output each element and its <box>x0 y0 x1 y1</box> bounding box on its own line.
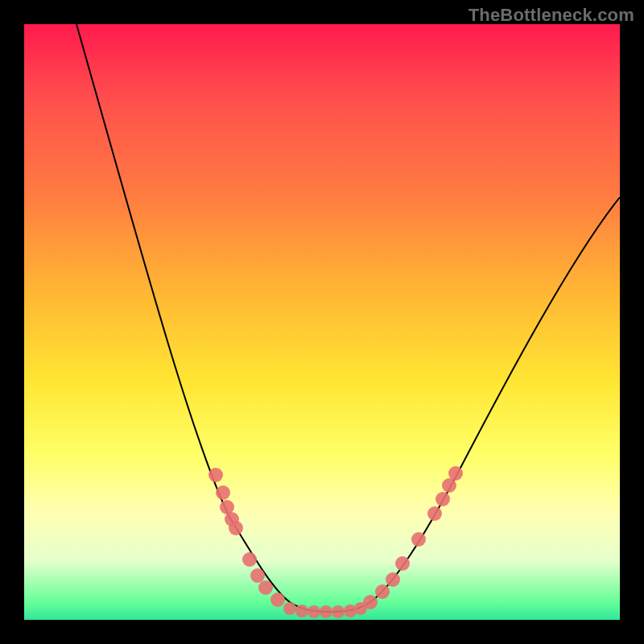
data-point <box>332 605 345 618</box>
watermark-text: TheBottleneck.com <box>469 5 634 26</box>
chart-frame: TheBottleneck.com <box>0 0 644 644</box>
data-point <box>448 466 463 481</box>
chart-plot-area <box>24 24 620 620</box>
data-point <box>386 572 400 587</box>
data-point <box>395 556 410 571</box>
data-point <box>208 468 223 482</box>
chart-svg <box>24 24 620 620</box>
data-point <box>250 568 265 583</box>
data-dots <box>208 466 463 618</box>
bottleneck-curve <box>76 24 620 612</box>
data-point <box>270 592 285 607</box>
data-point <box>283 602 296 615</box>
data-point <box>375 584 390 599</box>
data-point <box>242 552 257 567</box>
data-point <box>229 521 243 535</box>
data-point <box>308 605 320 618</box>
data-point <box>411 532 426 547</box>
data-point <box>295 605 308 617</box>
data-point <box>320 605 332 618</box>
data-point <box>354 602 367 615</box>
data-point <box>216 485 230 500</box>
data-point <box>436 492 450 506</box>
data-point <box>258 580 273 595</box>
data-point <box>427 506 442 521</box>
